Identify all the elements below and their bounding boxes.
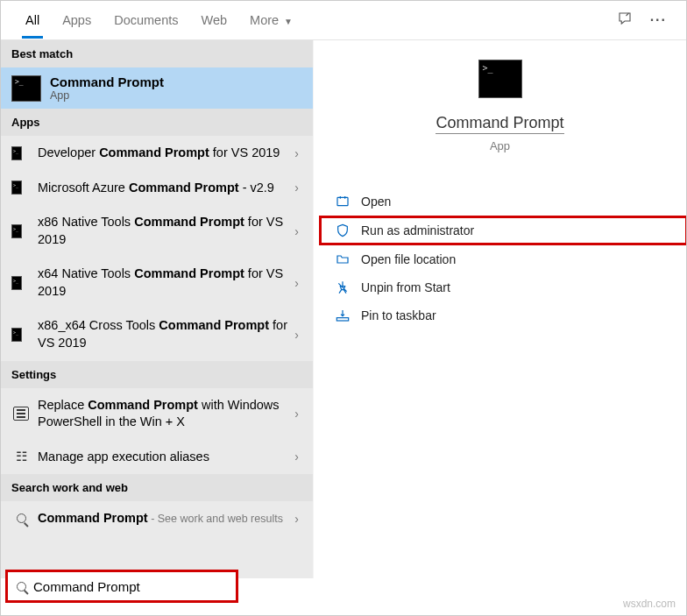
chevron-right-icon[interactable]: ›	[291, 146, 302, 160]
settings-header: Settings	[1, 361, 313, 388]
command-prompt-icon	[478, 60, 522, 98]
feedback-icon[interactable]	[617, 11, 633, 30]
action-label: Open file location	[361, 252, 456, 266]
tab-web[interactable]: Web	[198, 3, 231, 39]
app-result-x86-x64-cross[interactable]: x86_x64 Cross Tools Command Prompt for V…	[1, 308, 313, 360]
best-match-result[interactable]: Command Prompt App	[1, 67, 313, 109]
search-icon	[17, 579, 26, 594]
app-result-azure-cmd[interactable]: Microsoft Azure Command Prompt - v2.9 ›	[1, 171, 313, 206]
app-result-developer-cmd[interactable]: Developer Command Prompt for VS 2019 ›	[1, 136, 313, 171]
command-prompt-icon	[11, 276, 22, 290]
chevron-right-icon[interactable]: ›	[291, 224, 302, 238]
action-pin-taskbar[interactable]: Pin to taskbar	[321, 301, 686, 329]
tab-more[interactable]: More ▼	[246, 3, 296, 39]
setting-execution-aliases[interactable]: ☷ Manage app execution aliases ›	[1, 440, 313, 475]
chevron-down-icon: ▼	[281, 17, 293, 26]
command-prompt-icon	[11, 75, 41, 102]
settings-list-icon: ☷	[16, 449, 27, 464]
command-prompt-icon	[11, 181, 22, 195]
chevron-right-icon[interactable]: ›	[291, 512, 302, 526]
svg-rect-1	[336, 318, 348, 321]
preview-actions: Open Run as administrator Open file loca…	[314, 188, 686, 329]
search-bar[interactable]	[5, 570, 238, 603]
apps-header: Apps	[1, 109, 313, 136]
svg-rect-0	[337, 197, 348, 205]
action-open-file-location[interactable]: Open file location	[321, 245, 686, 273]
setting-replace-cmd[interactable]: Replace Command Prompt with Windows Powe…	[1, 388, 313, 440]
tab-documents[interactable]: Documents	[110, 3, 181, 39]
command-prompt-icon	[11, 146, 22, 160]
results-panel: Best match Command Prompt App Apps Devel…	[1, 40, 313, 578]
action-label: Run as administrator	[361, 223, 474, 237]
web-result-cmd[interactable]: Command Prompt - See work and web result…	[1, 501, 313, 536]
search-bar-container	[5, 570, 238, 603]
chevron-right-icon[interactable]: ›	[291, 328, 302, 342]
header-actions: ···	[617, 11, 677, 30]
tab-apps[interactable]: Apps	[59, 3, 95, 39]
filter-tabs: All Apps Documents Web More ▼	[10, 3, 617, 39]
open-icon	[333, 195, 352, 209]
action-label: Pin to taskbar	[361, 308, 436, 322]
preview-subtitle: App	[490, 139, 510, 152]
search-header: All Apps Documents Web More ▼ ···	[1, 1, 686, 40]
unpin-icon	[333, 280, 352, 294]
command-prompt-icon	[11, 224, 22, 238]
chevron-right-icon[interactable]: ›	[291, 407, 302, 421]
folder-icon	[333, 252, 352, 266]
pin-taskbar-icon	[333, 308, 352, 322]
chevron-right-icon[interactable]: ›	[291, 276, 302, 290]
chevron-right-icon[interactable]: ›	[291, 181, 302, 195]
action-unpin-start[interactable]: Unpin from Start	[321, 273, 686, 301]
action-label: Open	[361, 195, 391, 209]
search-icon	[17, 513, 26, 523]
watermark: wsxdn.com	[623, 598, 676, 610]
ellipsis-icon[interactable]: ···	[650, 12, 667, 28]
preview-panel: Command Prompt App Open Run as administr…	[313, 40, 686, 578]
best-match-header: Best match	[1, 40, 313, 67]
app-result-x86-native[interactable]: x86 Native Tools Command Prompt for VS 2…	[1, 205, 313, 257]
app-result-x64-native[interactable]: x64 Native Tools Command Prompt for VS 2…	[1, 257, 313, 308]
chevron-right-icon[interactable]: ›	[291, 450, 302, 464]
tab-all[interactable]: All	[22, 3, 43, 39]
action-run-as-admin[interactable]: Run as administrator	[321, 217, 686, 244]
action-open[interactable]: Open	[321, 188, 686, 216]
best-match-subtitle: App	[50, 89, 164, 102]
preview-title[interactable]: Command Prompt	[436, 114, 563, 134]
action-label: Unpin from Start	[361, 280, 450, 294]
best-match-title: Command Prompt	[50, 74, 164, 89]
settings-toggle-icon	[13, 407, 29, 421]
web-header: Search work and web	[1, 474, 313, 501]
content-area: Best match Command Prompt App Apps Devel…	[1, 40, 686, 578]
search-input[interactable]	[33, 579, 227, 594]
shield-icon	[333, 223, 352, 237]
preview-header: Command Prompt App	[314, 60, 686, 152]
command-prompt-icon	[11, 328, 22, 342]
